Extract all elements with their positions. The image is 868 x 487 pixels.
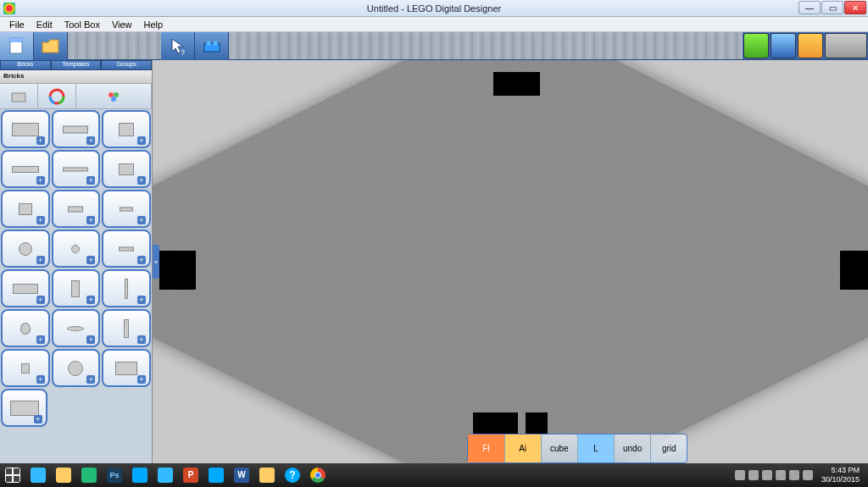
skype-icon — [132, 468, 147, 483]
taskbar-app-store[interactable] — [76, 463, 102, 487]
brick-round-1x1[interactable] — [52, 230, 101, 268]
tool-new[interactable] — [0, 32, 34, 60]
brick-brick-2x2[interactable] — [102, 110, 151, 148]
main-toolbar: ? — [0, 32, 868, 60]
svg-point-4 — [206, 41, 210, 45]
clock-time: 5:43 PM — [821, 466, 860, 475]
tray-net-icon[interactable] — [762, 470, 772, 480]
ie-icon — [31, 468, 46, 483]
brick-bar[interactable] — [102, 269, 151, 307]
taskbar-app-chrome[interactable] — [305, 463, 331, 487]
tool-clone[interactable] — [195, 32, 229, 60]
lego-logo-overlay-bottom-b — [526, 412, 548, 434]
taskbar-app-ps[interactable]: Ps — [102, 463, 127, 487]
taskbar-app-ie[interactable] — [25, 463, 51, 487]
camera-btn-4[interactable]: undo — [615, 434, 651, 462]
brick-brick-1x2[interactable] — [1, 190, 50, 228]
brick-gear[interactable] — [52, 349, 101, 387]
maximize-button[interactable]: ▭ — [821, 1, 843, 14]
close-button[interactable]: ✕ — [844, 1, 866, 14]
palette-tab-groups[interactable]: Groups — [101, 60, 152, 70]
store-icon — [81, 468, 97, 483]
brick-slope-2x2[interactable] — [102, 150, 151, 188]
camera-btn-5[interactable]: grid — [651, 434, 687, 462]
app-icon — [3, 3, 15, 14]
mode-view-button[interactable] — [771, 33, 796, 58]
brick-palette-panel: Bricks Templates Groups Bricks — [0, 60, 153, 463]
camera-btn-0[interactable]: Fl — [468, 434, 504, 462]
minimize-button[interactable]: — — [798, 1, 821, 14]
tray-lang-icon[interactable] — [803, 470, 813, 480]
chat-icon — [158, 468, 173, 483]
palette-tab-bricks[interactable]: Bricks — [0, 60, 51, 70]
windows-taskbar: PsPW? 5:43 PM 30/10/2015 — [0, 463, 868, 487]
camera-btn-1[interactable]: Ai — [505, 434, 542, 462]
menu-help[interactable]: Help — [138, 19, 170, 30]
file-icon — [7, 36, 27, 57]
filter-by-box-button[interactable] — [0, 84, 38, 108]
tool-select[interactable]: ? — [161, 32, 195, 60]
brick-plate-1x4[interactable] — [52, 150, 101, 188]
brick-brick-1x4[interactable] — [52, 110, 101, 148]
svg-point-11 — [114, 92, 119, 97]
tray-eject-icon[interactable] — [735, 470, 745, 480]
taskbar-app-start[interactable] — [0, 463, 25, 487]
taskbar-app-chat[interactable] — [153, 463, 178, 487]
help-icon: ? — [285, 468, 300, 483]
taskbar-app-powerpoint[interactable]: P — [178, 463, 203, 487]
brick-minifig-head[interactable] — [1, 309, 50, 347]
svg-point-10 — [108, 92, 114, 97]
camera-btn-3[interactable]: L — [578, 434, 615, 462]
taskbar-app-explorer[interactable] — [51, 463, 76, 487]
svg-rect-6 — [12, 93, 25, 102]
brick-round-2x2[interactable] — [1, 230, 50, 268]
tray-volume-icon[interactable] — [748, 470, 759, 480]
mode-end-button[interactable] — [825, 33, 867, 58]
tool-open[interactable] — [34, 32, 68, 60]
taskbar-apps: PsPW? — [0, 463, 331, 487]
brick-plate-2x2[interactable] — [52, 190, 101, 228]
tray-power-icon[interactable] — [789, 470, 799, 480]
taskbar-app-skype[interactable] — [127, 463, 153, 487]
menu-edit[interactable]: Edit — [31, 19, 58, 30]
toolbar-spacer-1 — [68, 32, 161, 59]
mode-build-button[interactable] — [743, 33, 769, 58]
menu-toolbox[interactable]: Tool Box — [58, 19, 106, 30]
brick-brick-1x1[interactable] — [1, 349, 50, 387]
lego-logo-overlay-left — [159, 251, 196, 290]
camera-btn-2[interactable]: cube — [542, 434, 578, 462]
main-area: Bricks Templates Groups Bricks — [0, 60, 868, 463]
brick-plate-1x2[interactable] — [102, 190, 151, 228]
menu-file[interactable]: File — [3, 19, 31, 30]
panel-collapse-handle[interactable]: « — [153, 245, 159, 279]
brick-axle[interactable] — [102, 309, 151, 347]
menu-view[interactable]: View — [106, 19, 138, 30]
svg-rect-13 — [6, 468, 12, 474]
brick-cylinder[interactable] — [52, 269, 101, 307]
svg-rect-15 — [6, 476, 12, 482]
last-used-brick[interactable] — [1, 389, 47, 427]
bricks-scroll[interactable] — [0, 109, 152, 463]
taskbar-app-mail[interactable] — [203, 463, 229, 487]
brick-wedge-2x4[interactable] — [1, 269, 50, 307]
brick-icon — [202, 36, 222, 57]
bricks-grid — [0, 109, 152, 388]
filter-by-color-button[interactable] — [38, 84, 76, 108]
taskbar-clock[interactable]: 5:43 PM 30/10/2015 — [816, 466, 865, 484]
brick-dish[interactable] — [52, 309, 101, 347]
palette-tab-templates[interactable]: Templates — [51, 60, 102, 70]
taskbar-app-word[interactable]: W — [229, 463, 254, 487]
brick-brick-2x4[interactable] — [1, 110, 50, 148]
viewport-3d[interactable]: « Fl Ai cube L undo grid — [153, 60, 868, 463]
taskbar-app-folder[interactable] — [254, 463, 280, 487]
filter-search-button[interactable] — [76, 84, 152, 108]
brick-plate-2x4[interactable] — [1, 150, 50, 188]
palette-tabs: Bricks Templates Groups — [0, 60, 152, 70]
taskbar-app-help[interactable]: ? — [280, 463, 305, 487]
mode-guide-button[interactable] — [798, 33, 823, 58]
folder-icon — [41, 36, 61, 57]
tray-flag-icon[interactable] — [776, 470, 786, 480]
svg-rect-1 — [10, 38, 22, 42]
brick-brick-2x3[interactable] — [102, 349, 151, 387]
brick-tile-1x2[interactable] — [102, 230, 151, 268]
